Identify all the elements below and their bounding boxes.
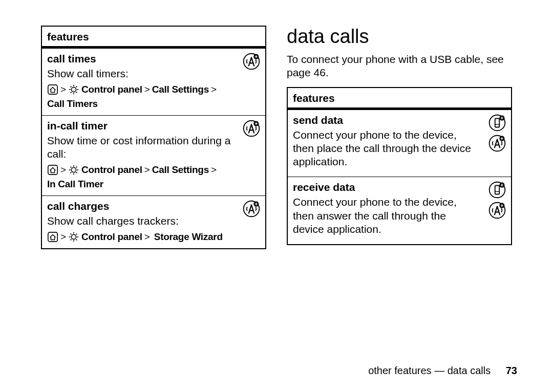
path-segment: Storage Wizard [154, 231, 223, 243]
feature-row: in-call timer Show time or cost informat… [42, 115, 265, 195]
device-icon [488, 181, 506, 199]
feature-row: call charges Show call charges trackers:… [42, 195, 265, 248]
features-header: features [288, 88, 511, 110]
features-header: features [42, 27, 265, 48]
path-separator [60, 164, 66, 176]
antenna-icon [243, 120, 260, 137]
feature-desc: Show call charges trackers: [47, 214, 260, 228]
device-icon [488, 114, 506, 132]
feature-title: call charges [47, 200, 260, 212]
path-segment: Call Settings [152, 83, 209, 96]
section-heading: data calls [287, 26, 512, 48]
path-separator [60, 231, 66, 243]
features-box-left: features call times Show call timers: Co… [41, 26, 266, 249]
page-number: 73 [506, 365, 517, 376]
path-separator [211, 164, 217, 176]
feature-desc: Connect your phone to the device, then a… [293, 195, 506, 236]
gear-icon [68, 84, 79, 95]
right-column: data calls To connect your phone with a … [287, 26, 512, 249]
path-separator [144, 164, 150, 176]
nav-path: Control panel Storage Wizard [47, 231, 260, 243]
antenna-icon [243, 53, 260, 70]
feature-desc: Show time or cost information during a c… [47, 134, 260, 161]
nav-path: Control panel Call Settings In Call Time… [47, 164, 260, 190]
path-segment: Control panel [81, 83, 142, 96]
antenna-icon [243, 200, 260, 217]
feature-title: call times [47, 53, 260, 65]
path-separator [60, 83, 66, 96]
home-icon [47, 231, 58, 243]
path-segment: Control panel [81, 164, 142, 176]
path-separator [211, 83, 217, 96]
gear-icon [68, 231, 79, 243]
path-segment: Call Settings [152, 164, 209, 176]
path-segment: In Call Timer [47, 178, 103, 190]
features-box-right: features send data Connect your phone to… [287, 87, 512, 246]
feature-row: receive data Connect your phone to the d… [288, 177, 511, 244]
feature-title: receive data [293, 181, 506, 193]
manual-page: features call times Show call timers: Co… [0, 0, 553, 392]
path-segment: Control panel [81, 231, 142, 243]
gear-icon [68, 164, 79, 176]
antenna-icon [488, 135, 506, 152]
page-footer: other features — data calls 73 [368, 365, 517, 377]
path-separator [144, 231, 150, 243]
path-separator [144, 83, 150, 96]
home-icon [47, 84, 58, 95]
nav-path: Control panel Call Settings Call Timers [47, 83, 260, 110]
feature-row: call times Show call timers: Control pan… [42, 48, 265, 115]
feature-desc: Connect your phone to the device, then p… [293, 128, 506, 169]
home-icon [47, 164, 58, 176]
feature-row: send data Connect your phone to the devi… [288, 110, 511, 177]
antenna-icon [488, 202, 506, 219]
left-column: features call times Show call timers: Co… [41, 26, 266, 249]
path-segment: Call Timers [47, 98, 98, 110]
intro-text: To connect your phone with a USB cable, … [287, 53, 512, 80]
feature-title: in-call timer [47, 120, 260, 132]
footer-text: other features — data calls [368, 365, 491, 376]
feature-title: send data [293, 114, 506, 126]
feature-desc: Show call timers: [47, 67, 260, 80]
